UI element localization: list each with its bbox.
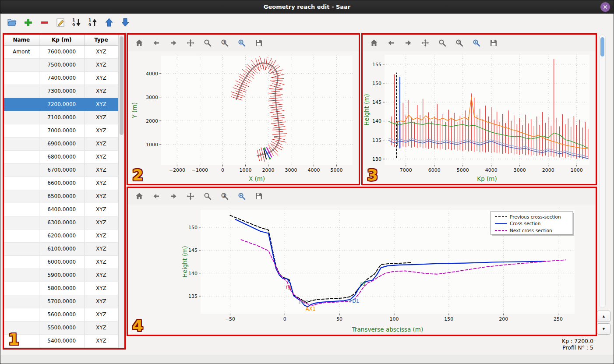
cell-name[interactable] xyxy=(4,85,39,98)
move-down-button[interactable] xyxy=(119,16,131,28)
table-row[interactable]: 6100.0000XYZ xyxy=(4,242,118,255)
cell-type[interactable]: XYZ xyxy=(84,229,118,242)
table-row[interactable]: 5500.0000XYZ xyxy=(4,321,118,334)
cell-name[interactable] xyxy=(4,58,39,71)
cell-kp[interactable]: 6500.0000 xyxy=(39,190,84,203)
cell-name[interactable] xyxy=(4,308,39,321)
cell-name[interactable] xyxy=(4,124,39,137)
back-button[interactable] xyxy=(151,38,162,48)
profile-down-button[interactable]: ▼ xyxy=(597,323,610,335)
forward-button[interactable] xyxy=(403,38,413,48)
cell-type[interactable]: XYZ xyxy=(84,150,118,163)
zoom-1-button[interactable]: 1 xyxy=(219,38,230,48)
profile-up-button[interactable]: ▲ xyxy=(597,311,610,322)
open-file-button[interactable] xyxy=(6,16,18,28)
table-row[interactable]: 7200.0000XYZ xyxy=(4,98,118,111)
cell-kp[interactable]: 5500.0000 xyxy=(39,321,84,334)
close-button[interactable] xyxy=(600,2,610,12)
cell-name[interactable] xyxy=(4,111,39,124)
home-button[interactable] xyxy=(134,38,145,48)
cell-type[interactable]: XYZ xyxy=(84,282,118,295)
table-row[interactable]: 7300.0000XYZ xyxy=(4,85,118,98)
cell-kp[interactable]: 5400.0000 xyxy=(39,334,84,347)
back-button[interactable] xyxy=(386,38,396,48)
table-scrollbar[interactable] xyxy=(118,35,124,348)
cell-type[interactable]: XYZ xyxy=(84,255,118,269)
cell-name[interactable] xyxy=(4,216,39,229)
cell-type[interactable]: XYZ xyxy=(84,111,118,124)
cell-kp[interactable]: 5600.0000 xyxy=(39,308,84,321)
cell-type[interactable]: XYZ xyxy=(84,308,118,321)
cell-kp[interactable]: 7100.0000 xyxy=(39,111,84,124)
cell-name[interactable] xyxy=(4,229,39,242)
cell-kp[interactable]: 6200.0000 xyxy=(39,229,84,242)
pan-button[interactable] xyxy=(185,191,196,201)
cell-type[interactable]: XYZ xyxy=(84,269,118,282)
cell-type[interactable]: XYZ xyxy=(84,45,118,58)
cell-type[interactable]: XYZ xyxy=(84,216,118,229)
sort-descending-button[interactable]: 19 xyxy=(71,16,83,28)
cell-name[interactable] xyxy=(4,347,39,348)
cell-name[interactable] xyxy=(4,71,39,85)
table-row[interactable]: 5300.0000XYZ xyxy=(4,347,118,348)
cell-name[interactable] xyxy=(4,137,39,150)
zoom-plus-button[interactable] xyxy=(236,38,247,48)
table-row[interactable]: 6600.0000XYZ xyxy=(4,177,118,190)
table-row[interactable]: Amont7600.0000XYZ xyxy=(4,45,118,58)
home-button[interactable] xyxy=(134,191,145,201)
forward-button[interactable] xyxy=(168,38,179,48)
zoom-1-button[interactable]: 1 xyxy=(454,38,465,48)
cell-type[interactable]: XYZ xyxy=(84,124,118,137)
cell-type[interactable]: XYZ xyxy=(84,321,118,334)
cell-name[interactable] xyxy=(4,98,39,111)
table-row[interactable]: 5900.0000XYZ xyxy=(4,269,118,282)
table-row[interactable]: 5800.0000XYZ xyxy=(4,282,118,295)
cell-kp[interactable]: 7200.0000 xyxy=(39,98,84,111)
cell-kp[interactable]: 7000.0000 xyxy=(39,124,84,137)
cell-name[interactable] xyxy=(4,295,39,308)
remove-row-button[interactable] xyxy=(38,16,50,28)
back-button[interactable] xyxy=(151,191,162,201)
move-up-button[interactable] xyxy=(103,16,115,28)
cell-type[interactable]: XYZ xyxy=(84,242,118,255)
cell-type[interactable]: XYZ xyxy=(84,334,118,347)
cell-type[interactable]: XYZ xyxy=(84,85,118,98)
table-row[interactable]: 5700.0000XYZ xyxy=(4,295,118,308)
table-row[interactable]: 5400.0000XYZ xyxy=(4,334,118,347)
table-row[interactable]: 6300.0000XYZ xyxy=(4,216,118,229)
cell-name[interactable] xyxy=(4,242,39,255)
table-row[interactable]: 6400.0000XYZ xyxy=(4,203,118,216)
cell-kp[interactable]: 6400.0000 xyxy=(39,203,84,216)
cell-kp[interactable]: 7400.0000 xyxy=(39,71,84,85)
table-row[interactable]: 6200.0000XYZ xyxy=(4,229,118,242)
table-row[interactable]: 5600.0000XYZ xyxy=(4,308,118,321)
table-row[interactable]: 6800.0000XYZ xyxy=(4,150,118,163)
cell-kp[interactable]: 6800.0000 xyxy=(39,150,84,163)
forward-button[interactable] xyxy=(168,191,179,201)
cell-kp[interactable]: 6300.0000 xyxy=(39,216,84,229)
cell-name[interactable]: Amont xyxy=(4,45,39,58)
cell-kp[interactable]: 7500.0000 xyxy=(39,58,84,71)
table-row[interactable]: 7400.0000XYZ xyxy=(4,71,118,85)
cell-kp[interactable]: 6000.0000 xyxy=(39,255,84,269)
zoom-button[interactable] xyxy=(202,191,213,201)
cell-name[interactable] xyxy=(4,269,39,282)
cell-name[interactable] xyxy=(4,321,39,334)
sort-ascending-button[interactable]: 19 xyxy=(87,16,99,28)
cell-name[interactable] xyxy=(4,282,39,295)
cell-name[interactable] xyxy=(4,163,39,177)
table-row[interactable]: 6500.0000XYZ xyxy=(4,190,118,203)
cell-kp[interactable]: 5300.0000 xyxy=(39,347,84,348)
cell-kp[interactable]: 7600.0000 xyxy=(39,45,84,58)
window-scrollbar-thumb[interactable] xyxy=(600,37,604,57)
zoom-button[interactable] xyxy=(437,38,448,48)
save-button[interactable] xyxy=(488,38,499,48)
cross-section-chart[interactable]: −50050100150200250135140145150Transverse… xyxy=(128,205,596,335)
column-header-type[interactable]: Type xyxy=(84,35,118,45)
cell-type[interactable]: XYZ xyxy=(84,58,118,71)
cell-type[interactable]: XYZ xyxy=(84,203,118,216)
table-row[interactable]: 7000.0000XYZ xyxy=(4,124,118,137)
column-header-name[interactable]: Name xyxy=(4,35,39,45)
table-row[interactable]: 6700.0000XYZ xyxy=(4,163,118,177)
save-button[interactable] xyxy=(254,191,264,201)
